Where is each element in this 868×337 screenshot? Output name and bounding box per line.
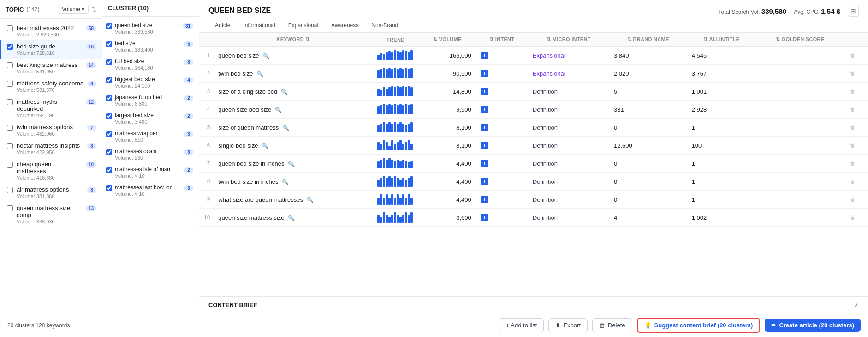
trend-bar bbox=[386, 69, 388, 78]
trend-bar bbox=[405, 161, 407, 168]
trend-bar bbox=[380, 90, 382, 96]
sort-icon[interactable]: ⇅ bbox=[91, 6, 96, 13]
delete-row-icon[interactable]: 🗑 bbox=[849, 160, 855, 167]
trend-bar bbox=[391, 52, 393, 60]
cluster-item[interactable]: biggest bed size Volume: 24,100 4 bbox=[102, 73, 199, 91]
search-icon[interactable]: 🔍 bbox=[288, 161, 295, 167]
topic-checkbox[interactable] bbox=[7, 99, 13, 105]
search-icon[interactable]: 🔍 bbox=[281, 89, 288, 95]
cluster-item[interactable]: full bed size Volume: 164,180 8 bbox=[102, 55, 199, 73]
tab-awareness[interactable]: Awareness bbox=[325, 19, 365, 32]
column-header-8[interactable]: ⇅ GOLDEN SCORE bbox=[756, 33, 844, 47]
search-icon[interactable]: 🔍 bbox=[288, 215, 295, 221]
topic-item[interactable]: air mattress options Volume: 381,860 8 bbox=[0, 183, 102, 202]
cluster-item[interactable]: mattresses isle of man Volume: < 10 2 bbox=[102, 163, 199, 181]
trend-bar bbox=[388, 146, 391, 150]
column-header-1[interactable]: KEYWORD ⇅ bbox=[214, 33, 372, 47]
create-article-button[interactable]: ✏ Create article (20 clusters) bbox=[765, 319, 861, 332]
cluster-checkbox[interactable] bbox=[106, 77, 112, 83]
topic-checkbox[interactable] bbox=[7, 187, 13, 193]
cluster-item[interactable]: japanese futon bed Volume: 6,800 2 bbox=[102, 91, 199, 109]
trend-bar bbox=[410, 104, 413, 114]
cluster-item[interactable]: bed size Volume: 189,400 5 bbox=[102, 37, 199, 55]
topic-checkbox[interactable] bbox=[7, 44, 13, 50]
delete-row-icon[interactable]: 🗑 bbox=[849, 88, 855, 95]
cluster-checkbox[interactable] bbox=[106, 41, 112, 47]
add-to-list-button[interactable]: + Add to list bbox=[499, 318, 544, 332]
delete-row-icon[interactable]: 🗑 bbox=[849, 178, 855, 185]
cluster-checkbox[interactable] bbox=[106, 113, 112, 119]
cluster-item[interactable]: queen bed size Volume: 339,580 31 bbox=[102, 19, 199, 37]
delete-row-icon[interactable]: 🗑 bbox=[849, 106, 855, 113]
tab-expansional[interactable]: Expansional bbox=[282, 19, 325, 32]
topic-item[interactable]: mattress myths debunked Volume: 494,190 … bbox=[0, 96, 102, 121]
cluster-item[interactable]: mattress wrapper Volume: 810 3 bbox=[102, 127, 199, 145]
row-number: 10 bbox=[199, 209, 214, 227]
cluster-checkbox[interactable] bbox=[106, 59, 112, 65]
topic-checkbox[interactable] bbox=[7, 81, 13, 87]
topic-item[interactable]: nectar mattress insights Volume: 422,950… bbox=[0, 139, 102, 158]
column-header-2[interactable]: TREND bbox=[373, 33, 419, 47]
brand-name-cell: 12,600 bbox=[609, 137, 687, 155]
trend-bar bbox=[380, 178, 382, 187]
cluster-checkbox[interactable] bbox=[106, 167, 112, 173]
topic-item[interactable]: cheap queen mattresses Volume: 416,680 1… bbox=[0, 158, 102, 183]
topic-checkbox[interactable] bbox=[7, 25, 13, 31]
search-icon[interactable]: 🔍 bbox=[262, 53, 269, 59]
delete-button[interactable]: 🗑 Delete bbox=[592, 318, 632, 332]
topic-checkbox[interactable] bbox=[7, 143, 13, 149]
search-vol-label: Total Search Vol: 339,580 bbox=[718, 7, 786, 15]
keyword-cell: size of a king size bed 🔍 bbox=[214, 83, 372, 101]
search-icon[interactable]: 🔍 bbox=[275, 107, 282, 113]
delete-cell: 🗑 bbox=[844, 47, 868, 65]
column-header-5[interactable]: ⇅ MICRO INTENT bbox=[528, 33, 609, 47]
column-header-3[interactable]: ⇅ VOLUME bbox=[419, 33, 476, 47]
delete-cell: 🗑 bbox=[844, 191, 868, 209]
topic-item[interactable]: mattress safety concerns Volume: 531,570… bbox=[0, 77, 102, 96]
cluster-item[interactable]: mattresses last how lon Volume: < 10 3 bbox=[102, 181, 199, 199]
column-header-4[interactable]: ⇅ INTENT bbox=[476, 33, 528, 47]
search-icon[interactable]: 🔍 bbox=[256, 71, 263, 77]
topic-item[interactable]: best king size mattress Volume: 541,950 … bbox=[0, 59, 102, 77]
cluster-item[interactable]: mattresses ocala Volume: 230 3 bbox=[102, 145, 199, 163]
cluster-item[interactable]: largest bed size Volume: 3,400 2 bbox=[102, 109, 199, 127]
tab-informational[interactable]: Informational bbox=[237, 19, 281, 32]
delete-row-icon[interactable]: 🗑 bbox=[849, 52, 855, 59]
tab-non-brand[interactable]: Non-Brand bbox=[365, 19, 404, 32]
search-icon[interactable]: 🔍 bbox=[262, 143, 268, 149]
cluster-checkbox[interactable] bbox=[106, 23, 112, 29]
topic-item[interactable]: twin mattress options Volume: 482,060 7 bbox=[0, 121, 102, 139]
topic-checkbox[interactable] bbox=[7, 125, 13, 131]
delete-row-icon[interactable]: 🗑 bbox=[849, 142, 855, 149]
topic-checkbox[interactable] bbox=[7, 205, 13, 211]
cluster-checkbox[interactable] bbox=[106, 95, 112, 101]
trend-chart bbox=[377, 176, 414, 187]
export-button[interactable]: ⬆ Export bbox=[548, 318, 588, 332]
search-icon[interactable]: 🔍 bbox=[282, 179, 289, 185]
topic-checkbox[interactable] bbox=[7, 62, 13, 68]
search-icon[interactable]: 🔍 bbox=[282, 125, 289, 131]
cluster-checkbox[interactable] bbox=[106, 131, 112, 137]
collapse-icon[interactable]: ∧ bbox=[854, 301, 859, 308]
delete-row-icon[interactable]: 🗑 bbox=[849, 70, 855, 77]
column-header-6[interactable]: ⇅ BRAND NAME bbox=[609, 33, 687, 47]
column-header-7[interactable]: ⇅ ALLINTITLE bbox=[687, 33, 756, 47]
grid-view-icon[interactable]: ⊞ bbox=[848, 6, 859, 17]
micro-intent-label: Definition bbox=[533, 178, 558, 185]
delete-row-icon[interactable]: 🗑 bbox=[849, 214, 855, 221]
topic-item[interactable]: best mattresses 2022 Volume: 2,829,560 5… bbox=[0, 22, 102, 40]
cluster-checkbox[interactable] bbox=[106, 185, 112, 191]
delete-row-icon[interactable]: 🗑 bbox=[849, 124, 855, 131]
trend-bar bbox=[377, 89, 380, 96]
cluster-badge: 3 bbox=[184, 149, 193, 155]
cluster-checkbox[interactable] bbox=[106, 149, 112, 155]
topic-item[interactable]: bed size guide Volume: 728,510 10 bbox=[0, 40, 102, 59]
search-icon[interactable]: 🔍 bbox=[307, 197, 314, 203]
volume-sort-button[interactable]: Volume ▾ bbox=[58, 5, 89, 14]
suggest-content-brief-button[interactable]: 💡 Suggest content brief (20 clusters) bbox=[637, 318, 761, 333]
topic-checkbox[interactable] bbox=[7, 162, 13, 168]
delete-row-icon[interactable]: 🗑 bbox=[849, 196, 855, 203]
topic-item[interactable]: queen mattress size comp Volume: 338,930… bbox=[0, 202, 102, 227]
trend-bar bbox=[410, 87, 413, 96]
tab-article[interactable]: Article bbox=[208, 19, 237, 32]
